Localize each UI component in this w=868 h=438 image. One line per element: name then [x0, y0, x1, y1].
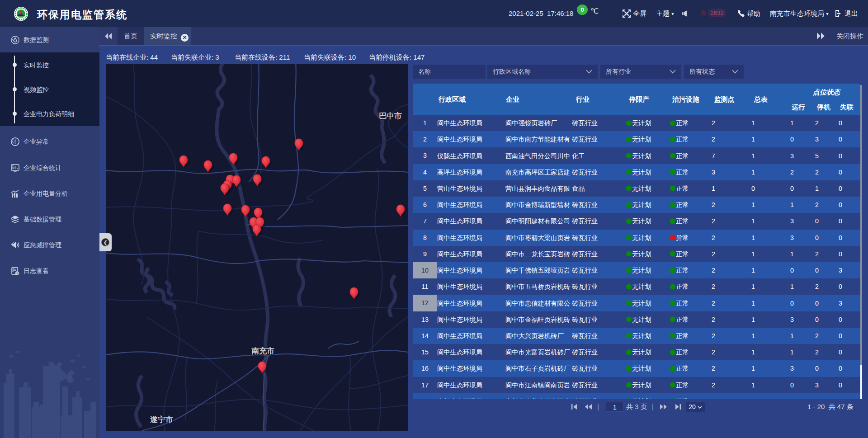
svg-text:南充市: 南充市 — [251, 346, 274, 355]
svg-text:巴中市: 巴中市 — [379, 112, 402, 120]
svg-text:遂宁市: 遂宁市 — [150, 415, 173, 424]
